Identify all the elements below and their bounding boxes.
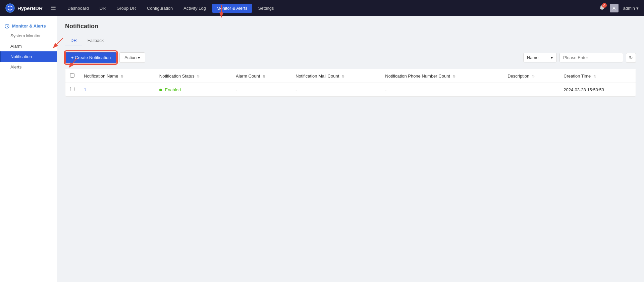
action-button[interactable]: Action ▾ [119, 52, 145, 63]
row-name-cell: 1 [79, 83, 155, 97]
row-status-cell: Enabled [155, 83, 231, 97]
app-logo[interactable]: HyperBDR [5, 3, 43, 13]
user-label: admin [623, 6, 635, 11]
table-body: 1 Enabled - - - 2024-03-28 15:50:53 [65, 83, 636, 97]
top-navigation: HyperBDR ☰ Dashboard DR Group DR Configu… [0, 0, 644, 16]
row-status-value: Enabled [165, 87, 181, 92]
nav-configuration[interactable]: Configuration [142, 4, 177, 13]
sidebar-label-alerts: Alerts [10, 64, 21, 69]
col-header-status[interactable]: Notification Status ⇅ [155, 69, 231, 83]
sidebar-label-notification: Notification [10, 54, 32, 59]
sort-icon: ⇅ [593, 75, 596, 78]
sidebar-section-title: Monitor & Alerts [0, 20, 57, 31]
sort-icon: ⇅ [197, 75, 200, 78]
nav-settings[interactable]: Settings [254, 4, 279, 13]
table-header-checkbox [65, 69, 79, 83]
page-title: Notification [65, 23, 636, 30]
sidebar-label-system-monitor: System Monitor [10, 33, 41, 38]
col-header-creation-time[interactable]: Creation Time ⇅ [559, 69, 636, 83]
col-header-name[interactable]: Notification Name ⇅ [79, 69, 155, 83]
row-name-link[interactable]: 1 [84, 87, 86, 92]
row-alarm-count-cell: - [231, 83, 291, 97]
col-header-description[interactable]: Description ⇅ [503, 69, 559, 83]
sidebar-label-alarm: Alarm [10, 44, 22, 49]
nav-monitor-alerts[interactable]: Monitor & Alerts [212, 4, 252, 13]
row-phone-count-cell: - [380, 83, 503, 97]
status-dot-icon [159, 89, 162, 91]
table: Notification Name ⇅ Notification Status … [65, 69, 636, 96]
hamburger-menu[interactable]: ☰ [51, 4, 56, 12]
row-description-cell [503, 83, 559, 97]
table-header: Notification Name ⇅ Notification Status … [65, 69, 636, 83]
row-mail-count-cell: - [291, 83, 380, 97]
chevron-down-icon: ▾ [551, 55, 553, 60]
tab-bar: DR Failback [65, 35, 636, 46]
nav-links: Dashboard DR Group DR Configuration Acti… [63, 4, 599, 13]
sidebar-section-label: Monitor & Alerts [12, 23, 46, 29]
filter-select[interactable]: Name ▾ [523, 53, 557, 62]
toolbar-right: Name ▾ ↻ [523, 53, 636, 63]
user-menu[interactable]: admin ▾ [623, 6, 639, 11]
sort-icon: ⇅ [121, 75, 123, 78]
row-creation-time-cell: 2024-03-28 15:50:53 [559, 83, 636, 97]
col-header-alarm-count[interactable]: Alarm Count ⇅ [231, 69, 291, 83]
col-header-mail-count[interactable]: Notification Mail Count ⇅ [291, 69, 380, 83]
row-checkbox[interactable] [70, 87, 74, 91]
nav-dashboard[interactable]: Dashboard [63, 4, 94, 13]
tab-dr[interactable]: DR [65, 35, 82, 46]
refresh-button[interactable]: ↻ [626, 53, 636, 63]
sidebar-item-alarm[interactable]: Alarm [0, 41, 57, 51]
sort-icon: ⇅ [263, 75, 265, 78]
nav-right: 0 A admin ▾ [599, 4, 639, 12]
sidebar-item-alerts[interactable]: Alerts [0, 62, 57, 72]
chevron-down-icon: ▾ [636, 6, 639, 11]
app-name: HyperBDR [17, 5, 43, 11]
toolbar-left: + Create Notification Action ▾ [65, 52, 145, 63]
nav-dr[interactable]: DR [95, 4, 111, 13]
app-layout: Monitor & Alerts System Monitor Alarm No… [0, 16, 644, 282]
sidebar: Monitor & Alerts System Monitor Alarm No… [0, 16, 57, 282]
table-row: 1 Enabled - - - 2024-03-28 15:50:53 [65, 83, 636, 97]
nav-group-dr[interactable]: Group DR [112, 4, 141, 13]
notification-table: Notification Name ⇅ Notification Status … [65, 69, 636, 97]
tab-failback[interactable]: Failback [82, 35, 109, 46]
hyperbdr-logo-icon [5, 3, 15, 13]
refresh-icon: ↻ [629, 55, 633, 60]
sort-icon: ⇅ [453, 75, 455, 78]
avatar-icon: A [610, 4, 619, 12]
sidebar-item-system-monitor[interactable]: System Monitor [0, 31, 57, 41]
nav-activity-log[interactable]: Activity Log [179, 4, 210, 13]
notification-bell[interactable]: 0 [599, 5, 605, 12]
toolbar: + Create Notification Action ▾ Name ▾ ↻ [65, 52, 636, 63]
chevron-down-icon: ▾ [138, 55, 140, 60]
main-content: Notification DR Failback + Create Notifi… [57, 16, 644, 282]
col-header-phone-count[interactable]: Notification Phone Number Count ⇅ [380, 69, 503, 83]
monitor-alerts-icon [5, 24, 9, 29]
select-all-checkbox[interactable] [70, 73, 74, 78]
sort-icon: ⇅ [342, 75, 344, 78]
filter-input[interactable] [559, 53, 623, 62]
sidebar-item-notification[interactable]: Notification [0, 51, 57, 62]
sort-icon: ⇅ [532, 75, 535, 78]
create-notification-button[interactable]: + Create Notification [65, 52, 117, 63]
notification-count: 0 [602, 3, 607, 8]
row-checkbox-cell [65, 83, 79, 97]
